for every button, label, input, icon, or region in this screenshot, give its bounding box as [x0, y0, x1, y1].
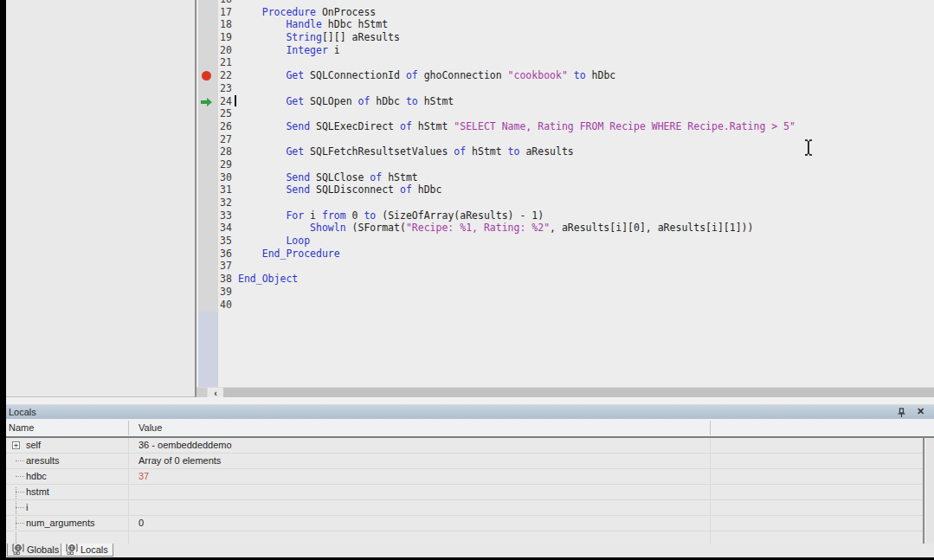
locals-table[interactable]: +self36 - oembeddeddemoaresultsArray of …: [6, 438, 924, 544]
code-line[interactable]: 33 For i from 0 to (SizeOfArray(aResults…: [218, 209, 928, 222]
code-text[interactable]: End_Object: [238, 273, 298, 286]
code-text[interactable]: Send SQLExecDirect of hStmt "SELECT Name…: [238, 120, 796, 133]
variable-name[interactable]: hstmt: [26, 486, 49, 497]
code-line[interactable]: 35 Loop: [218, 235, 928, 248]
code-line[interactable]: 18 Handle hDbc hStmt: [218, 18, 928, 31]
code-text[interactable]: Procedure OnProcess: [238, 6, 376, 19]
code-editor[interactable]: 1617 Procedure OnProcess18 Handle hDbc h…: [196, 0, 934, 387]
breakpoint-marker[interactable]: [202, 71, 211, 80]
breakpoint-gutter[interactable]: [198, 0, 218, 312]
code-lines[interactable]: 1617 Procedure OnProcess18 Handle hDbc h…: [218, 0, 928, 311]
code-line[interactable]: 26 Send SQLExecDirect of hStmt "SELECT N…: [218, 120, 928, 133]
code-line[interactable]: 36 End_Procedure: [218, 248, 928, 261]
variable-name[interactable]: num_arguments: [26, 518, 95, 528]
line-number: 32: [218, 196, 238, 209]
variable-name[interactable]: i: [26, 502, 28, 512]
line-number: 25: [218, 107, 238, 120]
variable-name-cell[interactable]: aresults: [6, 454, 128, 469]
locals-panel-title: Locals: [9, 407, 36, 417]
code-text[interactable]: End_Procedure: [238, 248, 340, 261]
code-line[interactable]: 20 Integer i: [218, 44, 928, 57]
code-line[interactable]: 28 Get SQLFetchResultsetValues of hStmt …: [218, 145, 928, 158]
code-line[interactable]: 32: [218, 196, 928, 209]
locals-row-num_arguments[interactable]: num_arguments0: [6, 516, 924, 531]
locals-row-i[interactable]: i: [6, 500, 924, 516]
code-line[interactable]: 25: [218, 107, 928, 120]
code-line[interactable]: 40: [218, 299, 928, 312]
code-text[interactable]: Send SQLDisconnect of hDbc: [238, 183, 441, 196]
locals-row-hdbc[interactable]: hdbc37: [6, 469, 924, 485]
locals-row-self[interactable]: +self36 - oembeddeddemo: [6, 438, 924, 454]
variable-name[interactable]: hdbc: [26, 471, 47, 481]
variable-name[interactable]: aresults: [26, 455, 60, 466]
column-header-value[interactable]: Value: [138, 422, 162, 433]
column-header-name[interactable]: Name: [9, 422, 34, 433]
code-line[interactable]: 39: [218, 286, 928, 299]
locals-scrollbar-gutter: [926, 438, 934, 544]
variable-value[interactable]: Array of 0 elements: [138, 455, 221, 466]
code-line[interactable]: 17 Procedure OnProcess: [218, 6, 928, 19]
code-line[interactable]: 24 Get SQLOpen of hDbc to hStmt: [218, 95, 928, 108]
code-text[interactable]: Loop: [238, 235, 310, 248]
code-text[interactable]: For i from 0 to (SizeOfArray(aResults) -…: [238, 209, 544, 222]
tree-stub: [16, 492, 24, 492]
code-line[interactable]: 21: [218, 56, 928, 69]
code-text[interactable]: String[][] aResults: [238, 31, 400, 44]
code-line[interactable]: 22 Get SQLConnectionId of ghoConnection …: [218, 69, 928, 82]
pin-icon[interactable]: [895, 406, 908, 418]
locals-row-hstmt[interactable]: hstmt: [6, 485, 924, 500]
code-line[interactable]: 37: [218, 260, 928, 273]
code-text[interactable]: Integer i: [238, 44, 340, 57]
variable-value[interactable]: 0: [138, 518, 144, 528]
locals-row-aresults[interactable]: aresultsArray of 0 elements: [6, 454, 924, 469]
tree-stub: [16, 476, 24, 477]
dock-tab-strip: GlobalsLocals: [6, 544, 934, 557]
code-line[interactable]: 29: [218, 158, 928, 171]
variable-name[interactable]: self: [26, 440, 41, 450]
variable-value[interactable]: 36 - oembeddeddemo: [138, 440, 232, 450]
code-text[interactable]: Handle hDbc hStmt: [238, 18, 388, 31]
code-text[interactable]: Get SQLFetchResultsetValues of hStmt to …: [238, 145, 574, 158]
code-line[interactable]: 34 Showln (SFormat("Recipe: %1, Rating: …: [218, 222, 928, 235]
left-dock-panel: [6, 0, 196, 397]
variable-name-cell[interactable]: num_arguments: [6, 516, 128, 531]
expand-icon[interactable]: +: [12, 441, 20, 449]
line-number: 36: [218, 248, 238, 261]
globe-brackets-icon: [12, 544, 24, 557]
code-line[interactable]: 16: [218, 0, 928, 6]
line-number: 39: [218, 286, 238, 299]
text-caret: [235, 95, 236, 106]
code-line[interactable]: 31 Send SQLDisconnect of hDbc: [218, 183, 928, 196]
column-separator[interactable]: [128, 421, 129, 435]
line-number: 16: [218, 0, 238, 6]
line-number: 31: [218, 183, 238, 196]
code-text[interactable]: Showln (SFormat("Recipe: %1, Rating: %2"…: [238, 222, 753, 235]
locals-title-bar[interactable]: Locals ✕: [6, 404, 934, 419]
code-text[interactable]: Send SQLClose of hStmt: [238, 171, 418, 184]
line-number: 19: [218, 31, 238, 44]
variable-name-cell[interactable]: i: [6, 500, 128, 516]
code-line[interactable]: 38End_Object: [218, 273, 928, 286]
line-number: 35: [218, 235, 238, 248]
code-text[interactable]: Get SQLOpen of hDbc to hStmt: [238, 95, 454, 108]
splitter-strip[interactable]: [6, 397, 934, 404]
locals-table-header[interactable]: Name Value: [6, 419, 934, 438]
code-text[interactable]: Get SQLConnectionId of ghoConnection "co…: [238, 69, 615, 82]
column-separator[interactable]: [710, 421, 711, 435]
line-number: 28: [218, 145, 238, 158]
variable-value[interactable]: 37: [138, 471, 149, 481]
code-line[interactable]: 30 Send SQLClose of hStmt: [218, 171, 928, 184]
code-line[interactable]: 19 String[][] aResults: [218, 31, 928, 44]
tab-locals[interactable]: Locals: [61, 544, 113, 557]
variable-name-cell[interactable]: hdbc: [6, 469, 128, 485]
line-number: 23: [218, 82, 238, 95]
tab-label: Locals: [81, 544, 108, 555]
close-icon[interactable]: ✕: [914, 405, 927, 417]
code-line[interactable]: 27: [218, 133, 928, 146]
locals-panel: Locals ✕ Name Value +self36 - oembeddedd…: [6, 404, 934, 560]
tab-globals[interactable]: Globals: [7, 544, 64, 557]
breakpoint-gutter-lower[interactable]: [198, 312, 218, 387]
variable-name-cell[interactable]: +self: [6, 438, 128, 454]
variable-name-cell[interactable]: hstmt: [6, 485, 128, 500]
code-line[interactable]: 23: [218, 82, 928, 95]
